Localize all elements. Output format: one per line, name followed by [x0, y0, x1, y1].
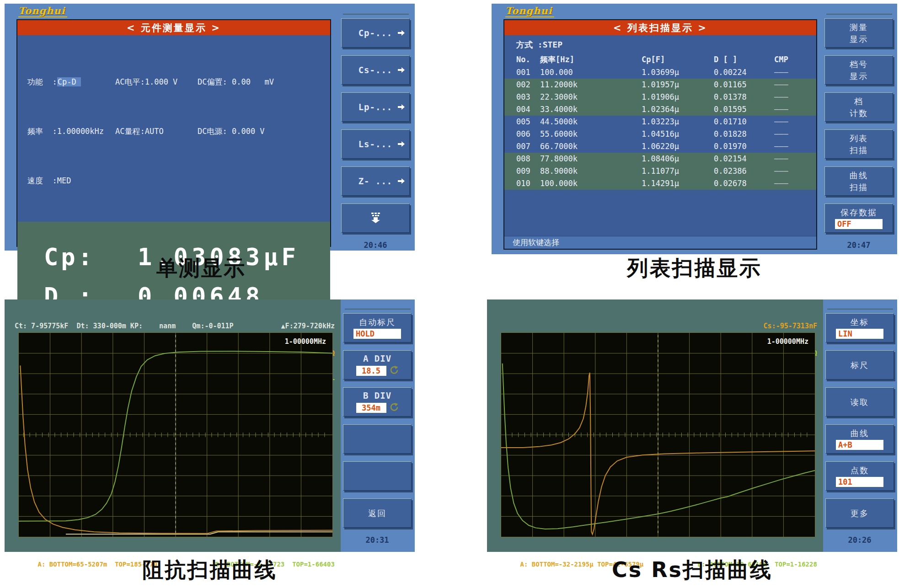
softkey-trace[interactable]: 曲线 A+B	[825, 424, 894, 454]
cell-freq: 44.5000k	[540, 116, 642, 128]
panel-list-sweep: Tonghui < 列表扫描显示 > 方式 :STEP No. 频率[Hz] C…	[492, 4, 897, 254]
list-title-bar: < 列表扫描显示 >	[504, 20, 816, 35]
cell-freq: 77.8000k	[540, 153, 642, 165]
cell-cmp: ———	[774, 103, 816, 116]
softkey-scale[interactable]: 标尺	[825, 350, 894, 380]
points-value: 101	[836, 477, 883, 487]
right-arrow-icon	[398, 141, 405, 147]
softkey-page-down[interactable]	[341, 203, 410, 233]
softkey-z-function[interactable]: Z- ...	[341, 166, 410, 196]
right-arrow-icon	[398, 178, 405, 184]
table-row: 009 88.9000k 1.11077μ 0.02386 ———	[504, 165, 816, 177]
table-body: 001 100.000 1.03699μ 0.00224 ——— 002 11.…	[504, 66, 816, 190]
rotate-icon	[389, 402, 399, 413]
settings-row: 速度 :MED	[27, 172, 330, 189]
page-down-icon	[369, 212, 382, 225]
panel-cs-rs-sweep: Cs:-95-7313nF Rs: 0-38601 Ω 1-00000MHz A…	[487, 299, 897, 552]
tonghui-logo: Tonghui	[18, 5, 67, 17]
table-header: No. 频率[Hz] Cp[F] D [ ] CMP	[504, 53, 816, 66]
coordinate-value: LIN	[836, 329, 883, 339]
softkey-read[interactable]: 读取	[825, 387, 894, 417]
table-row: 002 11.2000k 1.01957μ 0.01165 ———	[504, 79, 816, 91]
softkey-blank[interactable]	[343, 424, 412, 454]
softkey-cp-function[interactable]: Cp-...	[341, 18, 410, 48]
rotate-icon	[389, 365, 399, 376]
softkey-save-data[interactable]: 保存数据 OFF	[824, 203, 893, 233]
measure-title-bar: < 元件测量显示 >	[17, 20, 330, 35]
cs-rs-plot: 1-00000MHz	[501, 332, 815, 537]
softkey-bin-count[interactable]: 档 计数	[824, 92, 893, 122]
softkey-ls-function[interactable]: Ls-...	[341, 129, 410, 159]
softkey-lp-function[interactable]: Lp-...	[341, 92, 410, 122]
impedance-plot: 1-00000MHz	[18, 332, 333, 537]
cell-cp: 1.11077μ	[642, 165, 714, 177]
softkey-blank[interactable]	[343, 461, 412, 491]
cell-no: 006	[516, 128, 540, 140]
softkey-coordinate[interactable]: 坐标 LIN	[825, 313, 894, 342]
b-div-value: 354m	[356, 403, 386, 413]
table-row: 006 55.6000k 1.04516μ 0.01828 ———	[504, 128, 816, 140]
table-row: 010 100.000k 1.14291μ 0.02678 ———	[504, 177, 816, 190]
caption-list-sweep: 列表扫描显示	[492, 254, 897, 283]
softkey-cs-function[interactable]: Cs-...	[341, 55, 410, 85]
softkey-more[interactable]: 更多	[825, 498, 894, 528]
cell-d: 0.01710	[714, 116, 774, 128]
readout-ct-dt: Ct: 7-95775kF Dt: 330-000m KP: nanm Qm:-…	[15, 321, 234, 331]
softkey-column: Cp-... Cs-... Lp-... Ls-... Z- ... 20:46	[341, 14, 411, 250]
cell-no: 009	[516, 165, 540, 177]
measure-screen: < 元件测量显示 > 功能 :Cp-D AC电平:1.000 V DC偏置: 0…	[16, 19, 331, 247]
cell-d: 0.02678	[714, 177, 774, 190]
cell-freq: 33.4000k	[540, 103, 642, 116]
cell-no: 008	[516, 153, 540, 165]
trace-value: A+B	[836, 440, 883, 450]
softkey-bin-display[interactable]: 档号 显示	[824, 55, 893, 85]
cell-no: 002	[516, 79, 540, 91]
softkey-strip: 自动标尺 HOLD A DIV 18.5 B DIV 354m 返回	[341, 299, 415, 552]
softkey-curve-sweep[interactable]: 曲线 扫描	[824, 166, 893, 196]
cell-cmp: ———	[774, 116, 816, 128]
impedance-graph	[19, 333, 332, 537]
right-arrow-icon	[398, 104, 405, 110]
table-row: 001 100.000 1.03699μ 0.00224 ———	[504, 66, 816, 79]
softkey-auto-scale[interactable]: 自动标尺 HOLD	[343, 313, 412, 342]
function-value[interactable]: Cp-D	[57, 77, 81, 86]
settings-row: 功能 :Cp-D AC电平:1.000 V DC偏置: 0.00 mV	[27, 74, 330, 90]
cell-cp: 1.08406μ	[642, 153, 714, 165]
softkey-b-div[interactable]: B DIV 354m	[343, 387, 412, 417]
status-hint: 使用软键选择	[504, 236, 816, 249]
cell-d: 0.01595	[714, 103, 774, 116]
rs-curve	[503, 363, 815, 529]
table-row: 007 66.7000k 1.06220μ 0.01970 ———	[504, 140, 816, 153]
clock: 20:31	[343, 535, 412, 545]
readout-marker-freq: ▲F:279-720kHz	[281, 321, 335, 331]
cell-cp: 1.01957μ	[642, 79, 714, 91]
cell-cp: 1.03699μ	[642, 66, 714, 79]
cell-d: 0.01165	[714, 79, 774, 91]
table-row: 004 33.4000k 1.02364μ 0.01595 ———	[504, 103, 816, 116]
softkey-list-sweep[interactable]: 列表 扫描	[824, 129, 893, 159]
softkey-measure-display[interactable]: 测量 显示	[824, 18, 893, 48]
list-screen: < 列表扫描显示 > 方式 :STEP No. 频率[Hz] Cp[F] D […	[503, 19, 817, 250]
cell-no: 003	[516, 91, 540, 103]
cell-freq: 55.6000k	[540, 128, 642, 140]
softkey-points[interactable]: 点数 101	[825, 461, 894, 491]
col-cmp: CMP	[774, 53, 816, 66]
right-arrow-icon	[398, 30, 405, 36]
softkey-return[interactable]: 返回	[343, 498, 412, 528]
clock: 20:26	[825, 535, 894, 545]
a-div-value: 18.5	[356, 366, 386, 376]
cell-d: 0.00224	[714, 66, 774, 79]
clock: 20:47	[824, 241, 893, 250]
cell-freq: 100.000	[540, 66, 642, 79]
softkey-a-div[interactable]: A DIV 18.5	[343, 350, 412, 380]
tonghui-logo: Tonghui	[505, 5, 554, 17]
marker-frequency-label: 1-00000MHz	[767, 337, 808, 346]
cell-freq: 88.9000k	[540, 165, 642, 177]
caption-impedance-curve: 阻抗扫描曲线	[5, 556, 415, 584]
cell-cp: 1.01906μ	[642, 91, 714, 103]
z-magnitude-curve	[20, 365, 332, 534]
marker-frequency-label: 1-00000MHz	[285, 337, 326, 346]
cell-cp: 1.03223μ	[642, 116, 714, 128]
function-label: 功能 :	[27, 77, 57, 86]
caption-single-measure: 单测显示	[5, 254, 398, 283]
